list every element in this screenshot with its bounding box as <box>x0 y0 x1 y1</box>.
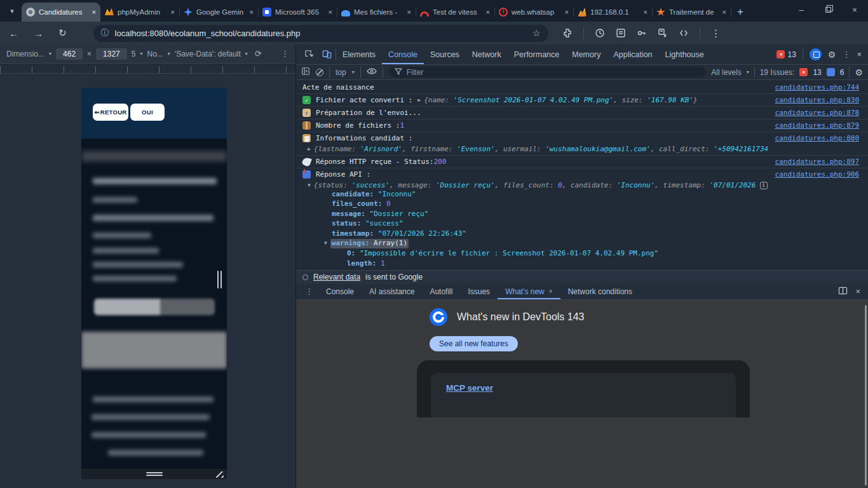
tab-close-icon[interactable]: × <box>92 8 96 16</box>
source-link[interactable]: candidatures.php:878 <box>775 109 859 117</box>
source-link[interactable]: candidatures.php:744 <box>775 83 859 92</box>
tab-close-icon[interactable]: × <box>250 8 254 16</box>
browser-tab-gemini[interactable]: Google Gemin × <box>179 3 258 22</box>
tab-search-button[interactable]: ▾ <box>4 3 20 19</box>
context-selector[interactable]: top <box>336 68 346 77</box>
source-link[interactable]: candidatures.php:906 <box>775 170 859 179</box>
browser-tab-whatsapp[interactable]: web.whatsap × <box>494 3 573 22</box>
drawer-tab-whats-new[interactable]: What's new × <box>498 284 560 299</box>
log-levels-select[interactable]: All levels <box>711 68 741 77</box>
emulated-viewport[interactable]: ⇐ RETOUR OUI <box>81 88 227 469</box>
console-filter-input[interactable]: Filter <box>389 67 706 78</box>
settings-gear-icon[interactable]: ⚙ <box>828 50 836 60</box>
site-info-icon[interactable]: ⓘ <box>101 27 109 39</box>
reload-icon[interactable]: ↻ <box>58 27 67 39</box>
resize-handle-right[interactable] <box>217 271 222 288</box>
tab-close-icon[interactable]: × <box>722 8 726 16</box>
browser-tab-traitement[interactable]: Traitement de × <box>652 3 731 22</box>
collapse-arrow-icon[interactable]: ▼ <box>324 239 327 248</box>
tab-close-icon[interactable]: × <box>329 8 332 16</box>
browser-tab-phpmyadmin[interactable]: phpMyAdmin × <box>100 3 179 22</box>
viewport-height-input[interactable]: 1327 <box>96 48 127 60</box>
rotate-icon[interactable]: ⟳ <box>255 49 262 58</box>
tab-close-icon[interactable]: × <box>644 8 648 16</box>
tab-close-icon[interactable]: × <box>565 8 569 16</box>
browser-tab-router[interactable]: 192.168.0.1 × <box>573 3 652 22</box>
object-preview[interactable]: ▼ {status: 'success', message: 'Dossier … <box>302 181 768 189</box>
browser-menu-icon[interactable]: ⋮ <box>711 27 721 39</box>
extensions-puzzle-icon[interactable] <box>562 28 573 38</box>
drawer-scrollbar[interactable] <box>865 305 867 486</box>
tab-sources[interactable]: Sources <box>424 44 466 64</box>
see-all-features-button[interactable]: See all new features <box>430 336 518 351</box>
expand-arrow-icon[interactable]: ▶ <box>308 146 311 152</box>
inspect-element-icon[interactable] <box>300 44 318 64</box>
tab-memory[interactable]: Memory <box>566 44 607 64</box>
device-toolbar-toggle-icon[interactable] <box>318 44 336 64</box>
browser-tab-microsoft[interactable]: Microsoft 365 × <box>258 3 337 22</box>
tab-close-icon[interactable]: × <box>549 288 553 295</box>
drawer-tab-autofill[interactable]: Autofill <box>422 284 460 299</box>
object-preview[interactable]: ▶ {lastname: 'Arisnord', firstname: 'Eve… <box>302 145 768 153</box>
password-key-icon[interactable] <box>637 28 647 38</box>
ai-assistant-icon[interactable] <box>810 48 822 60</box>
resize-handle-corner[interactable] <box>216 471 224 478</box>
object-preview[interactable]: {name: 'Screenshot 2026-01-07 4.02.49 PM… <box>424 96 698 104</box>
browser-tab-candidatures[interactable]: Candidatures × <box>22 3 100 22</box>
warnings-property[interactable]: ▼ warnings: Array(1) <box>324 239 768 249</box>
restore-button[interactable] <box>815 0 841 19</box>
drawer-tab-ai-assistance[interactable]: AI assistance <box>362 284 422 299</box>
dock-panel-icon[interactable] <box>838 287 848 297</box>
zoom-select[interactable]: 5 <box>132 50 136 58</box>
eye-watch-icon[interactable] <box>367 67 377 78</box>
close-window-button[interactable]: × <box>841 0 868 19</box>
clear-console-icon[interactable] <box>316 69 323 76</box>
drawer-menu-icon[interactable]: ⋮ <box>300 287 318 296</box>
oui-button[interactable]: OUI <box>130 104 165 121</box>
drawer-tab-issues[interactable]: Issues <box>460 284 498 299</box>
url-text[interactable]: localhost:8080/ecolanum_school/candidatu… <box>115 29 527 38</box>
tab-performance[interactable]: Performance <box>508 44 566 64</box>
source-link[interactable]: candidatures.php:897 <box>775 158 859 166</box>
viewport-width-input[interactable]: 462 <box>56 48 83 60</box>
forward-icon[interactable]: → <box>34 28 43 39</box>
tab-close-icon[interactable]: × <box>407 8 411 16</box>
address-bar[interactable]: ⓘ localhost:8080/ecolanum_school/candida… <box>93 25 548 42</box>
back-icon[interactable]: ← <box>9 28 18 39</box>
retour-button[interactable]: ⇐ RETOUR <box>93 104 128 121</box>
source-link[interactable]: candidatures.php:880 <box>775 134 859 142</box>
drawer-tab-console[interactable]: Console <box>318 284 362 299</box>
save-data-select[interactable]: 'Save-Data': default <box>175 50 241 58</box>
source-link[interactable]: candidatures.php:830 <box>775 96 859 104</box>
tab-application[interactable]: Application <box>607 44 658 64</box>
drawer-tab-network-conditions[interactable]: Network conditions <box>560 284 640 299</box>
close-drawer-icon[interactable]: × <box>855 287 860 296</box>
device-type-select[interactable]: Dimensio... <box>6 50 44 58</box>
tab-network[interactable]: Network <box>466 44 508 64</box>
mcp-server-link[interactable]: MCP server <box>446 383 493 393</box>
minimize-button[interactable]: – <box>788 0 815 19</box>
reading-list-icon[interactable] <box>616 28 626 38</box>
devtools-menu-icon[interactable]: ⋮ <box>842 50 850 59</box>
close-devtools-icon[interactable]: × <box>857 50 862 59</box>
relevant-data-link[interactable]: Relevant data <box>313 273 360 281</box>
browser-tab-speedtest[interactable]: Test de vitess × <box>416 3 494 22</box>
new-tab-button[interactable]: + <box>731 3 750 22</box>
tab-elements[interactable]: Elements <box>336 44 382 64</box>
translate-icon[interactable] <box>658 28 668 38</box>
collapse-arrow-icon[interactable]: ▼ <box>308 182 311 188</box>
history-icon[interactable] <box>595 28 605 38</box>
error-counter[interactable]: × 13 <box>776 50 796 59</box>
browser-tab-files[interactable]: Mes fichiers - × <box>337 3 416 22</box>
expand-arrow-icon[interactable]: ▶ <box>417 97 421 103</box>
source-link[interactable]: candidatures.php:879 <box>775 121 859 130</box>
tab-close-icon[interactable]: × <box>171 8 175 16</box>
bookmark-star-icon[interactable]: ☆ <box>532 28 541 38</box>
resize-handle-bottom[interactable] <box>146 472 163 473</box>
issues-counter[interactable]: 19 Issues: <box>760 68 795 77</box>
info-icon[interactable]: i <box>760 182 768 189</box>
tab-close-icon[interactable]: × <box>486 8 490 16</box>
throttling-select[interactable]: No... <box>147 50 163 58</box>
tab-lighthouse[interactable]: Lighthouse <box>659 44 710 64</box>
device-menu-icon[interactable]: ⋮ <box>281 49 289 58</box>
